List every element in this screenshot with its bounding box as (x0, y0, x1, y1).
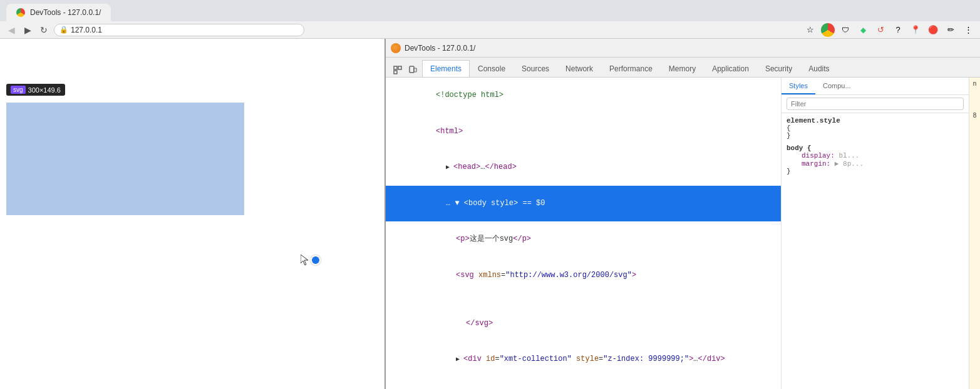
bookmark-icon[interactable]: ☆ (803, 23, 817, 37)
body-prop-margin: margin: ▶ 8p... (787, 159, 964, 168)
html-line-svg-open[interactable]: <svg xmlns="http://www.w3.org/2000/svg"> (386, 258, 781, 294)
styles-content: element.style { } body { (781, 113, 969, 389)
box-model-value: n (973, 80, 977, 87)
svg-tooltip: svg 300×149.6 (6, 84, 65, 96)
devtools-logo (391, 43, 401, 53)
tab-performance[interactable]: Performance (601, 59, 661, 77)
address-bar[interactable]: 🔒 127.0.0.1 (54, 24, 304, 36)
chrome-logo (16, 8, 25, 17)
help-icon[interactable]: ? (891, 23, 905, 37)
element-style-open-brace: { (787, 124, 964, 132)
url-text: 127.0.0.1 (71, 26, 102, 34)
tab-audits[interactable]: Audits (800, 59, 837, 77)
inspected-svg-element (6, 103, 244, 215)
styles-filter-input[interactable] (787, 98, 964, 110)
tab-memory[interactable]: Memory (661, 59, 704, 77)
tab-network[interactable]: Network (557, 59, 601, 77)
devtools-body: <!doctype html> <html> ▶ <head>…</head> … (386, 78, 980, 389)
devtools-tab-icons (388, 63, 422, 77)
html-line-body-close[interactable]: </body> (386, 378, 781, 389)
svg-tag-label: svg (11, 86, 26, 94)
body-style-rule: body { display: bl... margin: ▶ 8p... } (787, 144, 964, 175)
grammarly-icon[interactable]: 🔴 (926, 23, 940, 37)
html-line-doctype: <!doctype html> (386, 78, 781, 114)
body-close-brace: } (787, 168, 964, 175)
lock-icon: 🔒 (59, 26, 68, 34)
html-line-html[interactable]: <html> (386, 114, 781, 150)
element-style-rule: element.style { } (787, 117, 964, 139)
box-model-panel: n 8 (969, 78, 980, 389)
svg-rect-2 (394, 71, 397, 74)
page-content: svg 300×149.6 (0, 39, 384, 389)
browser-tab[interactable]: DevTools - 127.0.0.1/ (6, 4, 111, 21)
tab-security[interactable]: Security (757, 59, 800, 77)
ext-icon-4[interactable]: ↺ (874, 23, 887, 37)
html-line-head[interactable]: ▶ <head>…</head> (386, 149, 781, 186)
devtools-title: DevTools - 127.0.0.1/ (405, 44, 475, 53)
styles-filter (781, 95, 969, 113)
svg-dimensions: 300×149.6 (28, 86, 61, 94)
ext-icon-1[interactable] (821, 23, 835, 37)
html-line-div[interactable]: ▶ <div id="xmt-collection" style="z-inde… (386, 341, 781, 378)
svg-rect-3 (410, 66, 414, 73)
inspect-icon[interactable] (391, 63, 405, 77)
devtools-tabs: Elements Console Sources Network Perform… (386, 58, 980, 78)
device-icon[interactable] (406, 63, 420, 77)
body-prop-display: display: bl... (787, 152, 964, 159)
tab-console[interactable]: Console (470, 59, 513, 77)
svg-rect-4 (414, 68, 416, 72)
ext-icon-2[interactable]: 🛡 (838, 23, 852, 37)
body-selector: body { (787, 144, 964, 152)
reload-button[interactable]: ↻ (38, 24, 50, 36)
tab-sources[interactable]: Sources (513, 59, 557, 77)
location-icon[interactable]: 📍 (909, 23, 922, 37)
svg-rect-1 (398, 66, 401, 69)
tab-application[interactable]: Application (704, 59, 757, 77)
box-model-sub-value: 8 (973, 112, 977, 119)
edit-icon[interactable]: ✏ (944, 23, 957, 37)
toolbar-icons: ☆ 🛡 ◆ ↺ ? 📍 🔴 ✏ ⋮ (803, 23, 975, 37)
more-icon[interactable]: ⋮ (961, 23, 975, 37)
back-button[interactable]: ◀ (5, 24, 18, 36)
svg-rect-0 (394, 66, 397, 69)
styles-panel: Styles Compu... element.style (781, 78, 969, 389)
tab-bar: DevTools - 127.0.0.1/ (0, 0, 980, 21)
nav-bar: ◀ ▶ ↻ 🔒 127.0.0.1 ☆ 🛡 ◆ ↺ ? 📍 🔴 ✏ ⋮ (0, 21, 980, 39)
html-line-svg-close[interactable]: </svg> (386, 306, 781, 342)
tab-elements[interactable]: Elements (422, 60, 470, 78)
tab-title: DevTools - 127.0.0.1/ (30, 8, 101, 17)
browser-chrome: DevTools - 127.0.0.1/ ◀ ▶ ↻ 🔒 127.0.0.1 … (0, 0, 980, 39)
ext-icon-3[interactable]: ◆ (856, 23, 870, 37)
devtools-header: DevTools - 127.0.0.1/ (386, 39, 980, 58)
element-style-close-brace: } (787, 132, 964, 139)
styles-tab-styles[interactable]: Styles (781, 78, 815, 94)
html-line-body-selected[interactable]: … ▼ <body style> == $0 (386, 186, 781, 222)
devtools-panel: DevTools - 127.0.0.1/ Elements Console S… (384, 39, 980, 389)
html-line-empty (386, 293, 781, 305)
forward-button[interactable]: ▶ (21, 24, 34, 36)
html-line-p[interactable]: <p>这是一个svg</p> (386, 221, 781, 258)
styles-tab-computed[interactable]: Compu... (815, 78, 859, 94)
element-style-selector: element.style (787, 117, 964, 124)
elements-panel[interactable]: <!doctype html> <html> ▶ <head>…</head> … (386, 78, 781, 389)
main-area: svg 300×149.6 DevTools - 127.0.0.1/ Elem… (0, 39, 980, 389)
styles-tabs: Styles Compu... (781, 78, 969, 95)
